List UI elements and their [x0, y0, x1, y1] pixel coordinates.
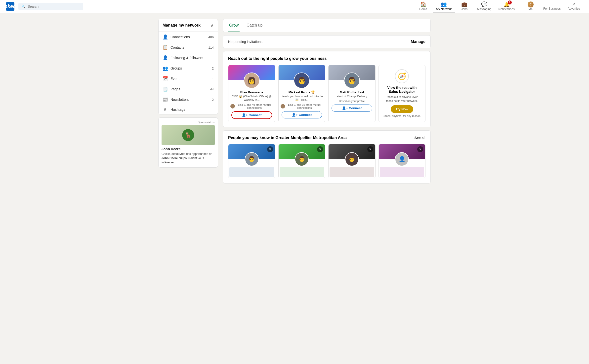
dismiss-button-1[interactable]: ×	[267, 146, 273, 152]
person-avatar-mickael: 👨	[294, 73, 310, 88]
compass-icon: 🧭	[395, 69, 409, 83]
search-bar[interactable]: 🔍	[18, 3, 83, 10]
dismiss-button-4[interactable]: ×	[417, 146, 423, 152]
tab-catch-up[interactable]: Catch up	[246, 19, 263, 32]
sidebar-item-events[interactable]: 📅 Event 1	[159, 73, 218, 84]
know-person-4: × 👤	[379, 144, 426, 178]
nav-item-for-business[interactable]: ⋮⋮ For Business	[540, 1, 564, 12]
person-card-elsa: 👩 Elsa Rousseca CMO 🤯 (Chief Music Offic…	[228, 65, 275, 122]
pending-invitations-card: No pending invitations Manage	[223, 35, 431, 48]
nav-items: 🏠 Home 👥 My Network 💼 Jobs 💬 Messaging 🔔…	[415, 0, 583, 12]
connect-button-mickael[interactable]: 👤+ Connect	[282, 111, 322, 118]
ad-card: Sponsorisé ··· 🦌 John Deere Cécile, déco…	[158, 117, 218, 168]
connect-button-matt[interactable]: 👤+ Connect	[332, 105, 372, 112]
know-avatar-1: 👨	[245, 152, 259, 166]
person-avatar-matt: 👨	[344, 73, 360, 88]
nav-item-notifications[interactable]: 🔔 6 Notifications	[496, 0, 518, 12]
sidebar-item-hashtags[interactable]: # Hashtags	[159, 105, 218, 114]
sales-navigator-card: 🧭 View the rest with Sales Navigator Rea…	[379, 65, 426, 122]
sales-nav-cancel: Cancel anytime, for any reason.	[383, 114, 421, 117]
hashtags-icon: #	[163, 107, 168, 112]
add-icon-mickael: 👤+	[292, 113, 298, 117]
pages-count: 44	[210, 87, 214, 91]
tab-grow[interactable]: Grow	[228, 19, 240, 32]
connect-button-elsa[interactable]: 👤+ Connect	[231, 111, 272, 119]
sales-nav-title: View the rest with Sales Navigator	[383, 86, 421, 94]
tabs-card: Grow Catch up	[223, 19, 431, 32]
search-input[interactable]	[28, 4, 80, 8]
chevron-up-icon: ∧	[210, 23, 214, 28]
manage-link[interactable]: Manage	[411, 39, 425, 44]
know-person-1: × 👨	[228, 144, 275, 178]
person-title-mickael: I teach you how to sell on LinkedIn 🤯 - …	[281, 95, 323, 102]
dismiss-button-2[interactable]: ×	[317, 146, 323, 152]
know-avatar-3: 👨	[345, 152, 359, 166]
manage-network-header[interactable]: Manage my network ∧	[159, 19, 218, 32]
nav-item-home[interactable]: 🏠 Home	[415, 0, 432, 12]
person-mutual-elsa: Lisa J. and 49 other mutual connections	[228, 103, 275, 109]
nav-item-advertise[interactable]: ↗ Advertise	[565, 1, 583, 12]
people-grid: 👩 Elsa Rousseca CMO 🤯 (Chief Music Offic…	[228, 65, 425, 122]
sidebar-item-connections[interactable]: 👤 Connections 486	[159, 32, 218, 42]
pending-text: No pending invitations	[228, 40, 262, 44]
nav-item-me[interactable]: C Me	[522, 0, 539, 12]
sidebar-item-contacts[interactable]: 📋 Contacts 114	[159, 42, 218, 53]
search-icon: 🔍	[21, 4, 26, 8]
newsletters-icon: 📰	[163, 97, 168, 102]
page-layout: Manage my network ∧ 👤 Connections 486 📋 …	[154, 19, 435, 183]
connections-icon: 👤	[163, 34, 168, 40]
see-all-link[interactable]: See all	[415, 136, 425, 140]
nav-item-jobs[interactable]: 💼 Jobs	[456, 0, 473, 12]
home-icon: 🏠	[420, 1, 426, 7]
dismiss-button-3[interactable]: ×	[367, 146, 373, 152]
jobs-icon: 💼	[461, 1, 467, 7]
person-name-matt: Matt Rutherford	[340, 90, 364, 94]
know-avatar-2: 👨	[295, 152, 309, 166]
know-placeholder-1	[229, 167, 274, 177]
ad-logo: 🦌	[182, 129, 194, 141]
ad-banner: 🦌	[162, 125, 215, 145]
person-title-elsa: CMO 🤯 (Chief Music Officer) @ Waalaxy (e…	[230, 95, 273, 102]
main-content: Grow Catch up No pending invitations Man…	[223, 19, 431, 183]
know-placeholder-2	[280, 167, 324, 177]
linkedin-logo[interactable]: LinkedIn	[6, 2, 14, 11]
manage-network-card: Manage my network ∧ 👤 Connections 486 📋 …	[158, 19, 218, 114]
events-count: 1	[212, 77, 214, 81]
person-title-matt: Head of Change Delivery	[337, 95, 367, 98]
try-now-button[interactable]: Try Now	[391, 105, 413, 113]
person-mutual-mickael: Lisa J. and 36 other mutual connections	[279, 103, 325, 109]
person-card-matt: 👨 Matt Rutherford Head of Change Deliver…	[328, 65, 376, 122]
person-name-elsa: Elsa Rousseca	[240, 90, 263, 94]
groups-count: 2	[212, 67, 214, 70]
know-title: People you may know in Greater Montpelli…	[228, 136, 347, 140]
sidebar: Manage my network ∧ 👤 Connections 486 📋 …	[158, 19, 218, 168]
my-network-icon: 👥	[441, 1, 447, 7]
know-avatar-4: 👤	[395, 152, 409, 166]
add-icon-matt: 👤+	[342, 106, 348, 110]
ad-company-name: John Deere	[162, 147, 215, 151]
notifications-badge-wrap: 🔔 6	[504, 1, 510, 7]
know-person-3: × 👨	[328, 144, 376, 178]
nav-item-messaging[interactable]: 💬 Messaging	[474, 0, 495, 12]
avatar: C	[528, 1, 534, 7]
ad-text: Cécile, découvrez des opportunités de Jo…	[162, 152, 215, 164]
add-icon: 👤+	[242, 113, 248, 117]
sidebar-item-newsletters[interactable]: 📰 Newsletters 2	[159, 94, 218, 105]
sales-nav-description: Reach out to anyone, even those not in y…	[383, 95, 421, 103]
ad-sponsored-label: Sponsorisé ···	[162, 121, 215, 124]
person-card-mickael: 👨 Mickael Prous 🏆 I teach you how to sel…	[278, 65, 326, 122]
events-icon: 📅	[163, 76, 168, 81]
know-header: People you may know in Greater Montpelli…	[228, 136, 425, 140]
nav-item-my-network[interactable]: 👥 My Network	[433, 0, 455, 12]
sidebar-item-groups[interactable]: 👥 Groups 2	[159, 63, 218, 73]
grid-icon: ⋮⋮	[548, 2, 556, 7]
connections-count: 486	[208, 35, 214, 39]
know-grid: × 👨 × 👨 × 👨 ×	[228, 144, 425, 178]
mutual-avatar-mickael	[281, 104, 285, 109]
groups-icon: 👥	[163, 66, 168, 71]
contacts-icon: 📋	[163, 45, 168, 50]
person-avatar-elsa: 👩	[244, 73, 260, 88]
manage-network-title: Manage my network	[163, 23, 201, 28]
sidebar-item-pages[interactable]: 🗒️ Pages 44	[159, 84, 218, 94]
sidebar-item-following-followers[interactable]: 👤 Following & followers	[159, 53, 218, 63]
